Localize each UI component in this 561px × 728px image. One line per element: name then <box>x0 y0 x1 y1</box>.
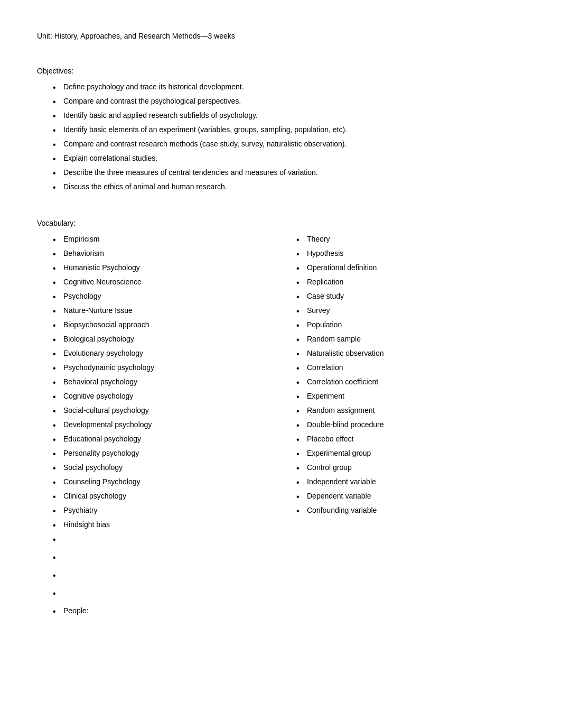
vocab-right-list: TheoryHypothesisOperational definitionRe… <box>280 234 524 516</box>
vocab-item: Hindsight bias <box>53 519 280 530</box>
vocab-item: Biological psychology <box>53 334 280 345</box>
vocab-item: Correlation <box>296 362 524 373</box>
vocab-item: Control group <box>296 462 524 473</box>
vocab-item: Cognitive psychology <box>53 391 280 402</box>
vocab-item: Naturalistic observation <box>296 348 524 359</box>
unit-title: Unit: History, Approaches, and Research … <box>37 32 524 40</box>
vocab-item: Social-cultural psychology <box>53 405 280 416</box>
objective-item: Compare and contrast research methods (c… <box>53 139 524 150</box>
vocab-item: Personality psychology <box>53 448 280 459</box>
vocab-item <box>53 587 280 602</box>
vocabulary-label: Vocabulary: <box>37 219 524 227</box>
objective-item: Explain correlational studies. <box>53 153 524 164</box>
vocab-item: Experimental group <box>296 448 524 459</box>
vocab-item <box>53 551 280 566</box>
vocab-left-column: EmpiricismBehaviorismHumanistic Psycholo… <box>37 234 280 620</box>
vocab-item: People: <box>53 605 280 616</box>
vocab-item: Independent variable <box>296 476 524 487</box>
vocab-item: Humanistic Psychology <box>53 262 280 273</box>
vocab-item: Case study <box>296 291 524 302</box>
vocab-item: Placebo effect <box>296 434 524 445</box>
vocab-item: Dependent variable <box>296 491 524 502</box>
vocab-item: Hypothesis <box>296 248 524 259</box>
vocab-item: Psychiatry <box>53 505 280 516</box>
vocab-item: Developmental psychology <box>53 419 280 430</box>
vocab-item: Random assignment <box>296 405 524 416</box>
vocab-item: Behavioral psychology <box>53 376 280 388</box>
vocab-left-list: EmpiricismBehaviorismHumanistic Psycholo… <box>37 234 280 616</box>
vocab-item: Psychodynamic psychology <box>53 362 280 373</box>
vocab-item: Evolutionary psychology <box>53 348 280 359</box>
vocab-right-column: TheoryHypothesisOperational definitionRe… <box>280 234 524 620</box>
objective-item: Define psychology and trace its historic… <box>53 81 524 93</box>
vocab-item: Theory <box>296 234 524 245</box>
vocab-item <box>53 569 280 584</box>
vocab-item: Counseling Psychology <box>53 476 280 487</box>
vocab-item <box>53 533 280 548</box>
vocab-item: Operational definition <box>296 262 524 273</box>
vocab-item: Social psychology <box>53 462 280 473</box>
objective-item: Describe the three measures of central t… <box>53 167 524 178</box>
vocab-item: Psychology <box>53 291 280 302</box>
vocab-item: Survey <box>296 305 524 316</box>
objective-item: Identify basic and applied research subf… <box>53 110 524 121</box>
vocab-item: Empiricism <box>53 234 280 245</box>
vocab-item: Educational psychology <box>53 434 280 445</box>
objective-item: Identify basic elements of an experiment… <box>53 124 524 135</box>
vocab-item: Behaviorism <box>53 248 280 259</box>
objective-item: Discuss the ethics of animal and human r… <box>53 181 524 192</box>
objective-item: Compare and contrast the psychological p… <box>53 96 524 107</box>
vocab-item: Random sample <box>296 334 524 345</box>
vocab-item: Population <box>296 319 524 330</box>
vocab-item: Replication <box>296 277 524 288</box>
vocab-item: Nature-Nurture Issue <box>53 305 280 316</box>
vocab-item: Confounding variable <box>296 505 524 516</box>
vocab-item: Experiment <box>296 391 524 402</box>
vocab-item: Correlation coefficient <box>296 376 524 388</box>
vocab-item: Clinical psychology <box>53 491 280 502</box>
objectives-label: Objectives: <box>37 67 524 75</box>
vocab-item: Cognitive Neuroscience <box>53 277 280 288</box>
vocab-item: Double-blind procedure <box>296 419 524 430</box>
objectives-list: Define psychology and trace its historic… <box>37 81 524 192</box>
vocab-item: Biopsychosocial approach <box>53 319 280 330</box>
